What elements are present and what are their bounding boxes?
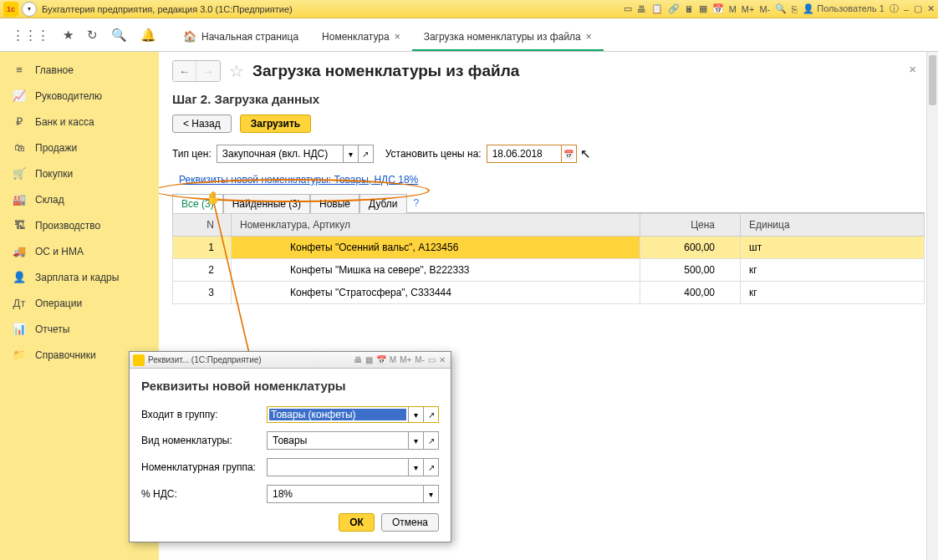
popup-m-plus-icon[interactable]: M+ bbox=[400, 355, 411, 364]
user-icon[interactable]: 👤 Пользователь 1 bbox=[803, 3, 884, 14]
clipboard-icon[interactable]: 📋 bbox=[651, 3, 663, 14]
kind-input[interactable] bbox=[268, 432, 408, 449]
date-input[interactable] bbox=[487, 145, 561, 162]
calendar-icon[interactable]: 📅 bbox=[712, 3, 724, 14]
vat-combo[interactable]: ▾ bbox=[267, 485, 439, 503]
link-icon[interactable]: 🔗 bbox=[668, 3, 680, 14]
sidebar-item-operations[interactable]: ДтОперации bbox=[0, 290, 159, 316]
history-icon[interactable]: ↻ bbox=[87, 28, 98, 43]
vertical-scrollbar[interactable] bbox=[926, 52, 938, 560]
price-type-input[interactable] bbox=[217, 145, 343, 162]
m-icon[interactable]: M bbox=[729, 4, 737, 14]
nomgroup-combo[interactable]: ▾ ↗ bbox=[267, 458, 439, 476]
kind-combo[interactable]: ▾ ↗ bbox=[267, 431, 439, 450]
popup-m-minus-icon[interactable]: M- bbox=[415, 355, 425, 364]
sidebar-item-hr[interactable]: 👤Зарплата и кадры bbox=[0, 264, 159, 290]
table-row[interactable]: 3 Конфеты "Стратосфера", С333444 400,00 … bbox=[173, 282, 925, 304]
requisites-link[interactable]: Реквизиты новой номенклатуры: Товары, НД… bbox=[172, 172, 425, 187]
favorite-star-icon[interactable]: ☆ bbox=[229, 61, 244, 81]
sidebar-item-purchases[interactable]: 🛒Покупки bbox=[0, 160, 159, 186]
sidebar-item-sales[interactable]: 🛍Продажи bbox=[0, 135, 159, 160]
popup-titlebar[interactable]: Реквизит... (1С:Предприятие) 🖶 ▦ 📅 M M+ … bbox=[130, 352, 451, 369]
m-plus-icon[interactable]: M+ bbox=[742, 4, 755, 14]
ok-button[interactable]: ОК bbox=[339, 513, 375, 532]
open-dialog-icon[interactable]: ↗ bbox=[358, 145, 373, 162]
calendar-picker-icon[interactable]: 📅 bbox=[561, 145, 576, 162]
close-tab-icon[interactable]: × bbox=[395, 31, 400, 43]
calc-icon[interactable]: 🖩 bbox=[685, 4, 694, 14]
filter-tab-all[interactable]: Все (3) bbox=[172, 194, 223, 213]
app-menu-dropdown[interactable]: ▾ bbox=[22, 2, 37, 17]
popup-print-icon[interactable]: 🖶 bbox=[354, 355, 362, 364]
popup-window: Реквизит... (1С:Предприятие) 🖶 ▦ 📅 M M+ … bbox=[129, 351, 451, 542]
tab-nomenclature[interactable]: Номенклатура× bbox=[310, 24, 412, 51]
star-icon[interactable]: ★ bbox=[63, 28, 74, 43]
back-button[interactable]: < Назад bbox=[172, 115, 232, 133]
chevron-down-icon[interactable]: ▾ bbox=[343, 145, 358, 162]
popup-m-icon[interactable]: M bbox=[390, 355, 396, 364]
grid-icon[interactable]: ▦ bbox=[699, 3, 707, 14]
tab-load-from-file[interactable]: Загрузка номенклатуры из файла× bbox=[412, 24, 604, 51]
minimize-icon[interactable]: – bbox=[904, 4, 909, 14]
sidebar-item-manager[interactable]: 📈Руководителю bbox=[0, 83, 159, 109]
table-row[interactable]: 1 Конфеты "Осенний вальс", А123456 600,0… bbox=[173, 237, 925, 259]
open-dialog-icon[interactable]: ↗ bbox=[423, 432, 438, 449]
sidebar-item-reports[interactable]: 📊Отчеты bbox=[0, 316, 159, 342]
apps-icon[interactable]: ⋮⋮⋮ bbox=[12, 28, 49, 43]
group-combo[interactable]: ▾ ↗ bbox=[267, 406, 439, 423]
popup-close-icon[interactable]: ✕ bbox=[439, 355, 446, 364]
col-nomenclature[interactable]: Номенклатура, Артикул bbox=[232, 214, 640, 237]
filter-tab-dupes[interactable]: Дубли bbox=[359, 194, 407, 213]
popup-heading: Реквизиты новой номенклатуры bbox=[141, 379, 439, 393]
info-icon[interactable]: ⓘ bbox=[890, 3, 899, 15]
popup-grid-icon[interactable]: ▦ bbox=[365, 355, 373, 364]
price-type-combo[interactable]: ▾ ↗ bbox=[217, 145, 374, 163]
date-combo[interactable]: 📅 bbox=[487, 145, 577, 163]
zoom-icon[interactable]: 🔍 bbox=[775, 3, 787, 14]
group-label: Входит в группу: bbox=[141, 409, 267, 420]
open-dialog-icon[interactable]: ↗ bbox=[423, 407, 438, 422]
nav-forward-button[interactable]: → bbox=[196, 61, 220, 81]
table-row[interactable]: 2 Конфеты "Мишка на севере", В222333 500… bbox=[173, 259, 925, 282]
bell-icon[interactable]: 🔔 bbox=[140, 28, 156, 43]
group-input[interactable] bbox=[269, 409, 406, 420]
chevron-down-icon[interactable]: ▾ bbox=[408, 432, 423, 449]
sidebar-item-warehouse[interactable]: 🏭Склад bbox=[0, 186, 159, 212]
maximize-icon[interactable]: ▢ bbox=[914, 3, 922, 14]
print-preview-icon[interactable]: ▭ bbox=[624, 3, 632, 14]
close-tab-icon[interactable]: × bbox=[586, 31, 592, 43]
col-n[interactable]: N bbox=[173, 214, 232, 237]
open-dialog-icon[interactable]: ↗ bbox=[423, 459, 438, 476]
search-icon[interactable]: 🔍 bbox=[111, 28, 127, 43]
nav-back-button[interactable]: ← bbox=[173, 61, 196, 81]
factory-icon: 🏭 bbox=[12, 193, 27, 206]
load-button[interactable]: Загрузить bbox=[240, 115, 311, 133]
tab-home[interactable]: 🏠Начальная страница bbox=[171, 23, 310, 51]
toolrow: ⋮⋮⋮ ★ ↻ 🔍 🔔 🏠Начальная страница Номенкла… bbox=[0, 18, 938, 52]
chevron-down-icon[interactable]: ▾ bbox=[423, 486, 438, 502]
sidebar-item-assets[interactable]: 🚚ОС и НМА bbox=[0, 238, 159, 264]
vat-input[interactable] bbox=[268, 486, 423, 502]
window-title: Бухгалтерия предприятия, редакция 3.0 (1… bbox=[42, 4, 624, 14]
col-unit[interactable]: Единица bbox=[741, 214, 925, 237]
scrollbar-thumb[interactable] bbox=[929, 55, 936, 105]
chevron-down-icon[interactable]: ▾ bbox=[408, 459, 423, 476]
chevron-down-icon[interactable]: ▾ bbox=[408, 407, 423, 422]
pin-icon[interactable]: ⎘ bbox=[792, 4, 798, 14]
sidebar-item-main[interactable]: ≡Главное bbox=[0, 57, 159, 83]
sidebar-item-bank[interactable]: ₽Банк и касса bbox=[0, 109, 159, 135]
nomgroup-input[interactable] bbox=[268, 459, 408, 476]
build-icon: 🏗 bbox=[12, 219, 27, 232]
popup-restore-icon[interactable]: ▭ bbox=[428, 355, 436, 364]
sidebar-item-production[interactable]: 🏗Производство bbox=[0, 212, 159, 238]
filter-tab-new[interactable]: Новые bbox=[310, 194, 359, 213]
help-icon[interactable]: ? bbox=[414, 197, 420, 209]
close-icon[interactable]: ✕ bbox=[927, 3, 935, 14]
col-price[interactable]: Цена bbox=[640, 214, 741, 237]
print-icon[interactable]: 🖶 bbox=[637, 4, 646, 14]
cancel-button[interactable]: Отмена bbox=[381, 513, 439, 532]
m-minus-icon[interactable]: M- bbox=[759, 4, 770, 14]
page-close-icon[interactable]: × bbox=[909, 62, 916, 76]
filter-tab-found[interactable]: Найденные (3) bbox=[223, 194, 310, 213]
popup-calendar-icon[interactable]: 📅 bbox=[376, 355, 386, 364]
